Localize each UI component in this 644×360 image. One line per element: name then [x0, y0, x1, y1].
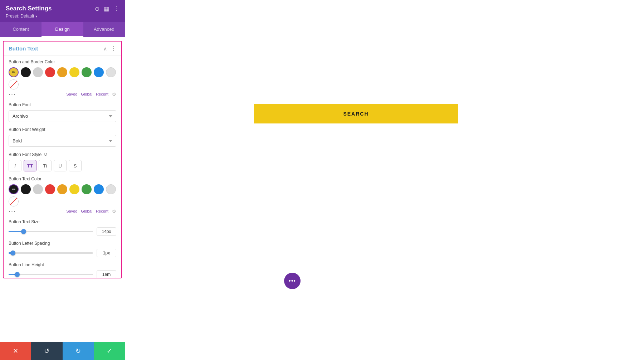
- border-color-more-btn[interactable]: ···: [9, 91, 16, 97]
- color-swatch-red-text[interactable]: [45, 184, 55, 194]
- letter-spacing-slider-row: 1px: [9, 249, 116, 257]
- tab-advanced[interactable]: Advanced: [83, 22, 125, 37]
- text-color-more-btn[interactable]: ···: [9, 208, 16, 214]
- color-swatch-orange-border[interactable]: [57, 67, 67, 77]
- color-swatch-none-text[interactable]: [9, 196, 19, 206]
- main-canvas: SEARCH •••: [125, 0, 644, 360]
- color-swatch-green-border[interactable]: [82, 67, 92, 77]
- color-swatch-blue-text[interactable]: [94, 184, 104, 194]
- color-swatch-active-text[interactable]: ✏: [9, 184, 19, 194]
- border-swatches-row2: ··· Saved Global Recent ⚙: [9, 91, 116, 97]
- section-header: Button Text ∧ ⋮: [4, 42, 121, 56]
- sidebar-tabs: Content Design Advanced: [0, 22, 125, 37]
- sidebar: Search Settings ⊙ ▦ ⋮ Preset: Default ▾ …: [0, 0, 125, 360]
- border-global-tab[interactable]: Global: [81, 92, 92, 96]
- color-swatch-green-text[interactable]: [82, 184, 92, 194]
- color-swatch-black-border[interactable]: [21, 67, 31, 77]
- color-swatch-orange-text[interactable]: [57, 184, 67, 194]
- color-swatch-yellow-text[interactable]: [69, 184, 79, 194]
- letter-spacing-value[interactable]: 1px: [97, 249, 116, 257]
- preset-selector[interactable]: Preset: Default ▾: [6, 14, 119, 19]
- color-swatch-gray-text[interactable]: [33, 184, 43, 194]
- bold-btn[interactable]: TT: [24, 160, 36, 171]
- color-swatch-yellow-border[interactable]: [69, 67, 79, 77]
- color-swatch-gray-border[interactable]: [33, 67, 43, 77]
- color-swatch-red-border[interactable]: [45, 67, 55, 77]
- grid-icon[interactable]: ▦: [104, 5, 109, 12]
- text-size-label: Button Text Size: [9, 219, 116, 224]
- color-swatch-white-text[interactable]: [106, 184, 116, 194]
- capitalize-btn[interactable]: Tt: [39, 160, 52, 171]
- strikethrough-btn[interactable]: S: [69, 160, 82, 171]
- font-style-reset-icon[interactable]: ↺: [44, 152, 48, 157]
- letter-spacing-track: [9, 252, 93, 254]
- border-saved-tab[interactable]: Saved: [66, 92, 77, 96]
- section-content: Button and Border Color ✏ ···: [4, 56, 121, 278]
- collapse-icon[interactable]: ∧: [103, 46, 107, 52]
- color-swatch-active-border[interactable]: ✏: [9, 67, 19, 77]
- floating-dots-button[interactable]: •••: [284, 273, 301, 289]
- text-size-thumb[interactable]: [21, 229, 26, 234]
- border-swatch-tabs: Saved Global Recent ⚙: [66, 92, 116, 97]
- bottom-bar: ✕ ↺ ↻ ✓: [0, 342, 125, 360]
- sidebar-header: Search Settings ⊙ ▦ ⋮ Preset: Default ▾: [0, 0, 125, 22]
- tab-design[interactable]: Design: [42, 22, 83, 37]
- settings-icon[interactable]: ⊙: [95, 5, 99, 12]
- preset-label: Preset: Default: [6, 14, 34, 19]
- color-swatch-blue-border[interactable]: [94, 67, 104, 77]
- border-color-swatches: ✏: [9, 67, 116, 89]
- save-icon: ✓: [107, 347, 112, 355]
- text-color-swatches: ✏: [9, 184, 116, 206]
- text-swatch-settings-icon[interactable]: ⚙: [112, 209, 116, 214]
- font-style-buttons: I TT Tt U S: [9, 160, 116, 171]
- text-recent-tab[interactable]: Recent: [96, 209, 108, 213]
- underline-btn[interactable]: U: [54, 160, 67, 171]
- text-color-label: Button Text Color: [9, 176, 116, 181]
- line-height-label: Button Line Height: [9, 262, 116, 267]
- font-style-label: Button Font Style ↺: [9, 152, 116, 157]
- line-height-thumb[interactable]: [15, 272, 20, 277]
- sidebar-title: Search Settings: [6, 5, 52, 12]
- text-size-value[interactable]: 14px: [97, 227, 116, 236]
- text-swatches-row2: ··· Saved Global Recent ⚙: [9, 208, 116, 214]
- color-swatch-white-border[interactable]: [106, 67, 116, 77]
- cancel-button[interactable]: ✕: [0, 342, 31, 360]
- text-size-track: [9, 231, 93, 232]
- search-button-label: SEARCH: [343, 111, 369, 117]
- section-title: Button Text: [9, 45, 38, 52]
- italic-btn[interactable]: I: [9, 160, 21, 171]
- line-height-slider-row: 1em: [9, 270, 116, 278]
- tab-content[interactable]: Content: [0, 22, 42, 37]
- font-select[interactable]: Archivo: [9, 110, 116, 122]
- more-icon[interactable]: ⋮: [113, 5, 119, 12]
- border-color-label: Button and Border Color: [9, 59, 116, 64]
- border-recent-tab[interactable]: Recent: [96, 92, 108, 96]
- text-size-slider-row: 14px: [9, 227, 116, 236]
- text-swatch-tabs: Saved Global Recent ⚙: [66, 209, 116, 214]
- search-button-preview[interactable]: SEARCH: [254, 104, 458, 123]
- cancel-icon: ✕: [13, 347, 18, 355]
- text-global-tab[interactable]: Global: [81, 209, 92, 213]
- section-header-controls: ∧ ⋮: [103, 45, 116, 52]
- font-weight-select[interactable]: Bold: [9, 135, 116, 147]
- header-icons: ⊙ ▦ ⋮: [95, 5, 119, 12]
- font-label: Button Font: [9, 102, 116, 107]
- button-text-section: Button Text ∧ ⋮ Button and Border Color …: [3, 41, 122, 278]
- font-weight-label: Button Font Weight: [9, 127, 116, 132]
- line-height-value[interactable]: 1em: [97, 270, 116, 278]
- letter-spacing-label: Button Letter Spacing: [9, 241, 116, 246]
- redo-icon: ↻: [75, 347, 81, 355]
- preset-caret-icon: ▾: [35, 14, 37, 18]
- undo-icon: ↺: [44, 347, 49, 355]
- border-swatch-settings-icon[interactable]: ⚙: [112, 92, 116, 97]
- letter-spacing-thumb[interactable]: [10, 250, 15, 256]
- color-swatch-none-border[interactable]: [9, 79, 19, 89]
- section-more-icon[interactable]: ⋮: [111, 45, 116, 52]
- color-swatch-black-text[interactable]: [21, 184, 31, 194]
- redo-button[interactable]: ↻: [63, 342, 94, 360]
- undo-button[interactable]: ↺: [31, 342, 62, 360]
- text-saved-tab[interactable]: Saved: [66, 209, 77, 213]
- save-button[interactable]: ✓: [94, 342, 125, 360]
- line-height-track: [9, 274, 93, 275]
- floating-dots-icon: •••: [289, 278, 296, 284]
